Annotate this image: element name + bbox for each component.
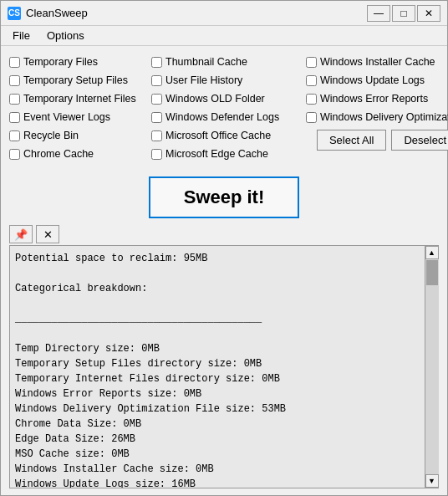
window-controls: — □ ✕	[367, 5, 440, 22]
menu-file[interactable]: File	[4, 28, 38, 43]
pin-button[interactable]: 📌	[9, 225, 33, 243]
close-icon: ✕	[43, 228, 53, 241]
content-area: Temporary Files Temporary Setup Files Te…	[1, 46, 447, 495]
checkbox-temporary-internet-files-input[interactable]	[9, 94, 20, 105]
checkbox-thumbnail-cache-input[interactable]	[151, 57, 162, 68]
app-icon: CS	[8, 7, 21, 20]
checkbox-microsoft-edge-cache-input[interactable]	[151, 149, 162, 160]
checkbox-recycle-bin-input[interactable]	[9, 130, 20, 141]
checkbox-windows-error-reports-input[interactable]	[306, 94, 317, 105]
menu-options[interactable]: Options	[38, 28, 93, 43]
checkbox-windows-delivery-optimization-input[interactable]	[306, 112, 317, 123]
log-toolbar: 📌 ✕	[9, 225, 439, 243]
log-area[interactable]	[10, 246, 425, 488]
minimize-button[interactable]: —	[367, 5, 390, 22]
window-title: CleanSweep	[26, 7, 367, 19]
deselect-button[interactable]: Deselect	[391, 130, 448, 151]
action-buttons: Select All Deselect	[306, 130, 448, 151]
checkbox-windows-update-logs[interactable]: Windows Update Logs	[306, 71, 448, 89]
checkbox-windows-error-reports[interactable]: Windows Error Reports	[306, 89, 448, 108]
main-window: CS CleanSweep — □ ✕ File Options Tempora…	[0, 0, 448, 496]
scroll-track	[425, 259, 439, 474]
checkbox-chrome-cache[interactable]: Chrome Cache	[9, 145, 151, 163]
maximize-button[interactable]: □	[392, 5, 415, 22]
checkbox-recycle-bin[interactable]: Recycle Bin	[9, 126, 151, 145]
scroll-up-arrow[interactable]: ▲	[425, 246, 439, 259]
checkbox-microsoft-office-cache[interactable]: Microsoft Office Cache	[151, 126, 306, 145]
title-bar: CS CleanSweep — □ ✕	[1, 1, 447, 26]
menu-bar: File Options	[1, 26, 447, 46]
checkbox-windows-update-logs-input[interactable]	[306, 75, 317, 86]
checkbox-windows-installer-cache[interactable]: Windows Installer Cache	[306, 53, 448, 71]
checkbox-chrome-cache-input[interactable]	[9, 149, 20, 160]
checkbox-windows-installer-cache-input[interactable]	[306, 57, 317, 68]
checkbox-temporary-setup-files[interactable]: Temporary Setup Files	[9, 71, 151, 89]
checkbox-windows-defender-logs[interactable]: Windows Defender Logs	[151, 108, 306, 126]
checkbox-event-viewer-logs-input[interactable]	[9, 112, 20, 123]
checkbox-temporary-files[interactable]: Temporary Files	[9, 53, 151, 71]
select-all-button[interactable]: Select All	[317, 130, 386, 151]
col1: Temporary Files Temporary Setup Files Te…	[9, 53, 151, 163]
checkbox-thumbnail-cache[interactable]: Thumbnail Cache	[151, 53, 306, 71]
close-button[interactable]: ✕	[417, 5, 440, 22]
checkbox-microsoft-edge-cache[interactable]: Microsoft Edge Cache	[151, 145, 306, 163]
checkbox-temporary-internet-files[interactable]: Temporary Internet Files	[9, 89, 151, 108]
checkbox-windows-defender-logs-input[interactable]	[151, 112, 162, 123]
checkboxes-grid: Temporary Files Temporary Setup Files Te…	[9, 53, 439, 163]
checkbox-event-viewer-logs[interactable]: Event Viewer Logs	[9, 108, 151, 126]
col3-checkboxes: Windows Installer Cache Windows Update L…	[306, 53, 448, 126]
checkbox-windows-delivery-optimization[interactable]: Windows Delivery Optimizat...	[306, 108, 448, 126]
checkbox-user-file-history[interactable]: User File History	[151, 71, 306, 89]
sweep-button[interactable]: Sweep it!	[149, 176, 300, 218]
scroll-thumb[interactable]	[426, 260, 438, 285]
log-close-button[interactable]: ✕	[36, 225, 59, 243]
checkbox-user-file-history-input[interactable]	[151, 75, 162, 86]
checkbox-temporary-files-input[interactable]	[9, 57, 20, 68]
checkbox-windows-old-folder[interactable]: Windows OLD Folder	[151, 89, 306, 108]
pin-icon: 📌	[14, 228, 28, 241]
checkbox-windows-old-folder-input[interactable]	[151, 94, 162, 105]
checkbox-microsoft-office-cache-input[interactable]	[151, 130, 162, 141]
scroll-down-arrow[interactable]: ▼	[425, 474, 439, 488]
vertical-scrollbar[interactable]: ▲ ▼	[425, 246, 438, 488]
col2: Thumbnail Cache User File History Window…	[151, 53, 306, 163]
col3-with-buttons: Windows Installer Cache Windows Update L…	[306, 53, 448, 163]
sweep-button-container: Sweep it!	[9, 176, 439, 218]
checkbox-temporary-setup-files-input[interactable]	[9, 75, 20, 86]
log-area-wrapper: ▲ ▼	[9, 245, 439, 488]
